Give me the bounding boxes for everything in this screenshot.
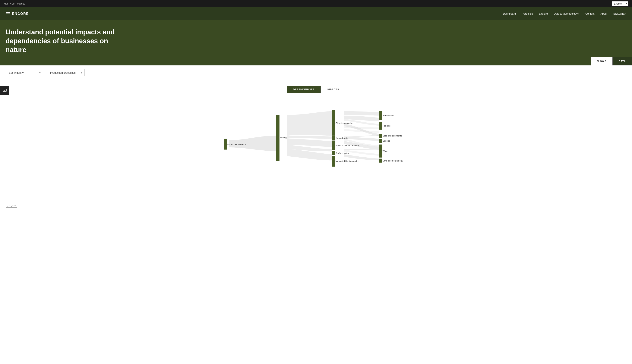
bottom-area (0, 200, 632, 211)
sankey-svg: Diversified Metals & ... Mining Climate … (4, 100, 628, 194)
label-diversified: Diversified Metals & ... (227, 144, 249, 146)
filters-bar: Sub-industry Production processes (0, 66, 632, 80)
node-land-geo (379, 159, 382, 163)
hero-title: Understand potential impacts and depende… (6, 28, 119, 54)
nav-encore[interactable]: ENCORE (613, 12, 626, 15)
label-water-flow: Water flow maintenance (336, 144, 359, 147)
nav-dashboard[interactable]: Dashboard (503, 12, 516, 15)
logo-text: ENCORE (12, 12, 29, 16)
hero-section: Understand potential impacts and depende… (0, 20, 632, 66)
nav-about[interactable]: About (600, 12, 607, 15)
top-bar: Main NCFA website English French Spanish (0, 0, 632, 7)
svg-rect-0 (3, 89, 7, 92)
flow-cross-4 (344, 150, 379, 156)
label-water: Water (383, 150, 388, 152)
label-atmosphere: Atmosphere (383, 114, 394, 117)
main-content: DEPENDENCIES IMPACTS (0, 80, 632, 200)
node-diversified (224, 139, 227, 150)
label-mass-stab: Mass stabilisation and ... (336, 160, 359, 162)
production-processes-wrapper: Production processes (47, 69, 85, 76)
sankey-diagram: Diversified Metals & ... Mining Climate … (4, 100, 628, 194)
nav-data-methodology[interactable]: Data & Methodology (554, 12, 579, 15)
node-species (379, 139, 382, 143)
hamburger-menu[interactable] (6, 12, 10, 15)
nav-explore[interactable]: Explore (539, 12, 548, 15)
nav-logo: ENCORE (6, 12, 29, 16)
nav-links: Dashboard Portfolios Explore Data & Meth… (503, 12, 626, 16)
node-water (379, 144, 382, 158)
tab-data[interactable]: DATA (612, 57, 632, 66)
main-nav: ENCORE Dashboard Portfolios Explore Data… (0, 7, 632, 20)
language-wrapper: English French Spanish (612, 1, 628, 6)
flow-cross-2 (344, 126, 379, 129)
flow-surfacewater-water (344, 149, 379, 150)
small-chart-indicator (6, 202, 17, 208)
toggle-impacts[interactable]: IMPACTS (321, 86, 345, 93)
flow-mining-groundwater (287, 136, 332, 139)
label-land-geo: Land geomorphology (383, 160, 403, 162)
node-mining (276, 115, 279, 161)
sub-industry-wrapper: Sub-industry (6, 69, 43, 76)
label-soils: Soils and sediments (383, 135, 402, 137)
label-climate-reg: Climate regulation (336, 122, 353, 124)
tab-flows[interactable]: FLOWS (591, 57, 612, 66)
node-water-flow (332, 141, 335, 150)
node-habitats (379, 122, 382, 130)
flow-climate-atmosphere (344, 111, 379, 116)
nav-contact[interactable]: Contact (585, 12, 594, 15)
flow-mining-climate (287, 111, 332, 136)
language-select[interactable]: English French Spanish (612, 1, 628, 6)
nav-portfolios[interactable]: Portfolios (522, 12, 533, 15)
production-processes-select[interactable]: Production processes (47, 69, 85, 76)
toggle-group: DEPENDENCIES IMPACTS (4, 86, 628, 93)
label-habitats: Habitats (383, 125, 390, 127)
node-climate-reg (332, 110, 335, 136)
chat-icon[interactable] (0, 86, 10, 95)
hero-tabs: FLOWS DATA (591, 57, 632, 66)
node-ground-water (332, 136, 335, 140)
sub-industry-select[interactable]: Sub-industry (6, 69, 43, 76)
label-mining: Mining (280, 136, 287, 139)
ncfa-link[interactable]: Main NCFA website (4, 2, 25, 5)
toggle-dependencies[interactable]: DEPENDENCIES (287, 86, 321, 93)
label-ground-water: Ground water (336, 137, 349, 139)
label-surface-water: Surface water (336, 152, 349, 154)
label-species: Species (383, 140, 390, 142)
node-surface-water (332, 151, 335, 155)
node-atmosphere (379, 111, 382, 120)
node-soils (379, 134, 382, 138)
node-mass-stab (332, 156, 335, 167)
